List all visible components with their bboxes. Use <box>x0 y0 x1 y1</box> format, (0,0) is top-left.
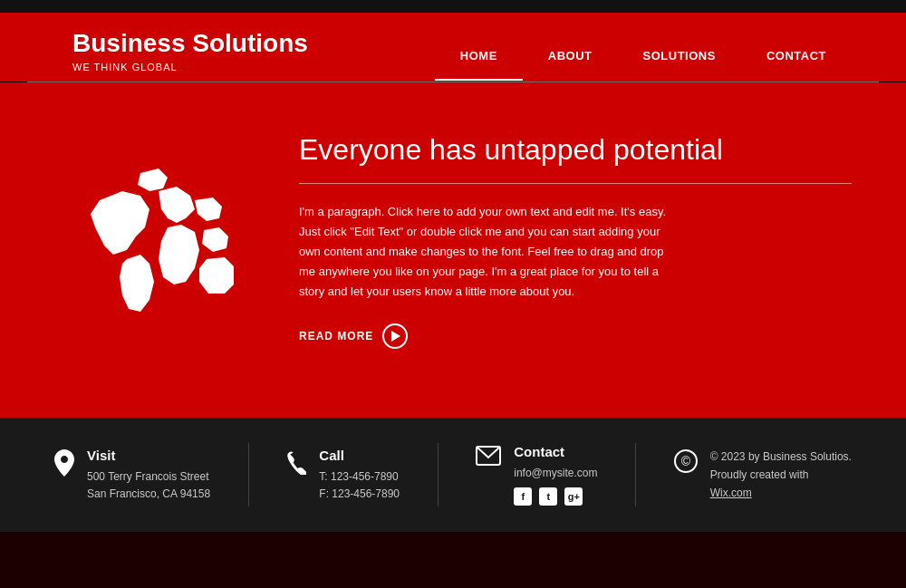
hero-body: I'm a paragraph. Click here to add your … <box>299 202 680 302</box>
footer-visit: Visit 500 Terry Francois Street San Fran… <box>54 448 210 503</box>
copyright-line2: Proudly created with <box>710 466 852 484</box>
footer-copyright-text: © 2023 by Business Solutios. Proudly cre… <box>710 448 852 503</box>
nav-about[interactable]: ABOUT <box>523 49 618 79</box>
footer-call-heading: Call <box>319 448 400 463</box>
globe-icon <box>72 150 254 332</box>
footer-copyright: © © 2023 by Business Solutios. Proudly c… <box>674 448 852 503</box>
twitter-icon[interactable]: t <box>539 487 557 506</box>
footer-divider-3 <box>635 443 636 506</box>
social-icons: f t g+ <box>514 487 597 506</box>
read-more-label: READ MORE <box>299 330 373 342</box>
svg-text:©: © <box>681 454 691 468</box>
facebook-icon[interactable]: f <box>514 487 532 506</box>
logo-area: Business Solutions WE THINK GLOBAL <box>72 29 308 82</box>
wix-link[interactable]: Wix.com <box>710 484 852 502</box>
hero-divider <box>299 183 852 184</box>
play-icon <box>382 323 408 349</box>
globe-area <box>0 150 272 332</box>
header: Business Solutions WE THINK GLOBAL HOME … <box>0 13 906 82</box>
nav-solutions[interactable]: SOLUTIONS <box>618 49 741 79</box>
footer-divider-2 <box>438 443 439 506</box>
logo-subtitle: WE THINK GLOBAL <box>72 62 308 72</box>
footer: Visit 500 Terry Francois Street San Fran… <box>0 418 906 532</box>
nav-home[interactable]: HOME <box>435 49 523 81</box>
pin-icon <box>54 449 74 480</box>
play-triangle <box>391 331 400 342</box>
footer-visit-line2: San Francisco, CA 94158 <box>87 486 210 503</box>
footer-contact: Contact info@mysite.com f t g+ <box>476 444 597 506</box>
logo-title: Business Solutions <box>72 29 308 58</box>
footer-contact-text: Contact info@mysite.com f t g+ <box>514 444 597 506</box>
footer-call-line1: T: 123-456-7890 <box>319 468 400 486</box>
main-nav: HOME ABOUT SOLUTIONS CONTACT <box>435 29 852 81</box>
copyright-icon: © <box>674 449 698 477</box>
footer-call-text: Call T: 123-456-7890 F: 123-456-7890 <box>319 448 400 503</box>
footer-visit-text: Visit 500 Terry Francois Street San Fran… <box>87 448 210 503</box>
email-icon <box>476 446 501 469</box>
footer-contact-email: info@mysite.com <box>514 465 597 482</box>
hero-section: Everyone has untapped potential I'm a pa… <box>0 82 906 418</box>
read-more-button[interactable]: READ MORE <box>299 323 852 349</box>
hero-content: Everyone has untapped potential I'm a pa… <box>272 115 906 367</box>
googleplus-icon[interactable]: g+ <box>564 487 583 506</box>
footer-divider-1 <box>248 443 249 506</box>
footer-visit-heading: Visit <box>87 448 210 463</box>
footer-call: Call T: 123-456-7890 F: 123-456-7890 <box>286 448 400 503</box>
top-bar <box>0 0 906 13</box>
footer-visit-line1: 500 Terry Francois Street <box>87 468 210 486</box>
phone-icon <box>286 449 306 478</box>
hero-title: Everyone has untapped potential <box>299 133 852 167</box>
copyright-line1: © 2023 by Business Solutios. <box>710 448 852 466</box>
nav-contact[interactable]: CONTACT <box>741 49 852 79</box>
footer-contact-heading: Contact <box>514 444 597 459</box>
footer-call-line2: F: 123-456-7890 <box>319 486 400 503</box>
